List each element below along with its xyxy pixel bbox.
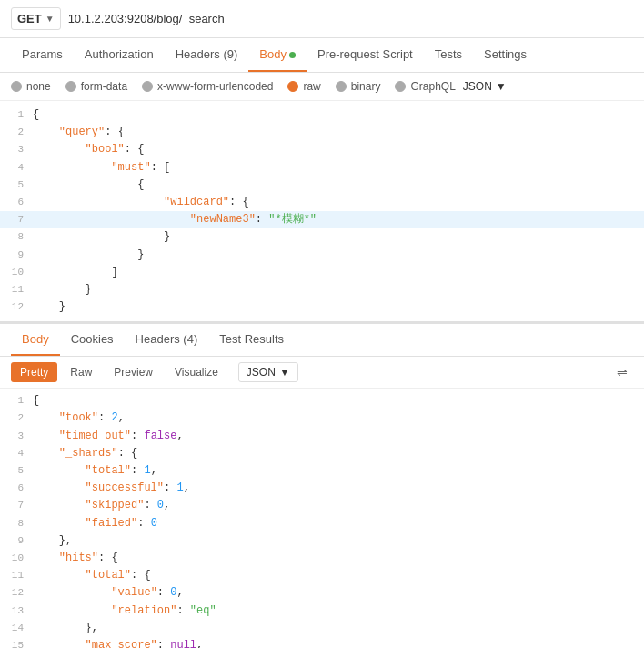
line-number: 4 bbox=[0, 159, 33, 177]
radio-raw[interactable]: raw bbox=[287, 80, 320, 93]
response-code-line: 5 "total": 1, bbox=[0, 462, 644, 480]
view-tab-visualize[interactable]: Visualize bbox=[166, 362, 227, 382]
line-number: 5 bbox=[0, 177, 33, 194]
request-code-line: 12 } bbox=[0, 299, 644, 316]
request-code-line: 1{ bbox=[0, 106, 644, 124]
response-code-line: 6 "successful": 1, bbox=[0, 480, 644, 497]
line-number: 3 bbox=[0, 428, 33, 445]
line-content: "skipped": 0, bbox=[33, 497, 644, 514]
line-content: } bbox=[33, 228, 644, 246]
response-tab-body[interactable]: Body bbox=[11, 324, 60, 356]
line-content: "total": 1, bbox=[33, 462, 644, 480]
tab-settings[interactable]: Settings bbox=[473, 38, 538, 72]
radio-binary-circle bbox=[336, 81, 347, 92]
line-number: 12 bbox=[0, 584, 33, 602]
radio-form-data-circle bbox=[65, 81, 76, 92]
line-number: 15 bbox=[0, 637, 33, 648]
format-dropdown-response[interactable]: JSON ▼ bbox=[238, 362, 298, 382]
url-display[interactable]: 10.1.2.203:9208/blog/_search bbox=[68, 8, 633, 29]
view-tab-pretty[interactable]: Pretty bbox=[11, 362, 57, 382]
line-number: 3 bbox=[0, 141, 33, 158]
response-code-line: 13 "relation": "eq" bbox=[0, 602, 644, 620]
line-content: "hits": { bbox=[33, 550, 644, 567]
response-section: Body Cookies Headers (4) Test Results Pr… bbox=[0, 322, 644, 648]
line-content: "wildcard": { bbox=[33, 194, 644, 211]
line-number: 10 bbox=[0, 264, 33, 281]
response-code-line: 7 "skipped": 0, bbox=[0, 497, 644, 514]
line-number: 9 bbox=[0, 532, 33, 550]
radio-binary[interactable]: binary bbox=[336, 80, 381, 93]
request-tabs: Params Authorization Headers (9) Body Pr… bbox=[0, 38, 644, 73]
response-code-line: 2 "took": 2, bbox=[0, 410, 644, 427]
wrap-icon[interactable]: ⇌ bbox=[611, 362, 633, 382]
response-code-line: 12 "value": 0, bbox=[0, 584, 644, 602]
line-number: 9 bbox=[0, 247, 33, 264]
method-label: GET bbox=[17, 12, 42, 25]
line-content: "timed_out": false, bbox=[33, 428, 644, 445]
line-number: 2 bbox=[0, 124, 33, 141]
format-dropdown-request[interactable]: JSON ▼ bbox=[463, 80, 507, 93]
response-tab-cookies[interactable]: Cookies bbox=[60, 324, 125, 356]
url-bar: GET ▼ 10.1.2.203:9208/blog/_search bbox=[0, 0, 644, 38]
tab-headers[interactable]: Headers (9) bbox=[165, 38, 249, 72]
response-code-line: 9 }, bbox=[0, 532, 644, 550]
line-content: { bbox=[33, 392, 644, 410]
tab-prerequest[interactable]: Pre-request Script bbox=[307, 38, 424, 72]
line-number: 1 bbox=[0, 392, 33, 410]
radio-graphql[interactable]: GraphQL bbox=[395, 80, 455, 93]
radio-form-data[interactable]: form-data bbox=[65, 80, 127, 93]
line-number: 10 bbox=[0, 550, 33, 567]
line-content: "must": [ bbox=[33, 159, 644, 177]
request-code-line: 2 "query": { bbox=[0, 124, 644, 141]
request-code-line: 7 "newName3": "*模糊*" bbox=[0, 211, 644, 228]
radio-urlencoded-circle bbox=[142, 81, 153, 92]
request-code-line: 3 "bool": { bbox=[0, 141, 644, 158]
line-number: 5 bbox=[0, 462, 33, 480]
line-content: } bbox=[33, 247, 644, 264]
line-content: } bbox=[33, 281, 644, 299]
tab-body[interactable]: Body bbox=[248, 38, 307, 72]
request-code-line: 5 { bbox=[0, 177, 644, 194]
line-number: 7 bbox=[0, 497, 33, 514]
radio-none[interactable]: none bbox=[11, 80, 51, 93]
body-type-row: none form-data x-www-form-urlencoded raw… bbox=[0, 73, 644, 101]
line-content: "successful": 1, bbox=[33, 480, 644, 497]
tab-params[interactable]: Params bbox=[11, 38, 74, 72]
line-number: 6 bbox=[0, 194, 33, 211]
line-content: "took": 2, bbox=[33, 410, 644, 427]
response-code-line: 11 "total": { bbox=[0, 567, 644, 584]
request-code-line: 9 } bbox=[0, 247, 644, 264]
view-tab-raw[interactable]: Raw bbox=[61, 362, 101, 382]
line-number: 4 bbox=[0, 445, 33, 462]
line-content: "max_score": null, bbox=[33, 637, 644, 648]
response-code-line: 15 "max_score": null, bbox=[0, 637, 644, 648]
response-tabs: Body Cookies Headers (4) Test Results bbox=[0, 324, 644, 357]
line-content: }, bbox=[33, 620, 644, 637]
request-code-line: 8 } bbox=[0, 228, 644, 246]
line-content: } bbox=[33, 299, 644, 316]
radio-raw-circle bbox=[287, 81, 298, 92]
response-code-line: 1{ bbox=[0, 392, 644, 410]
line-number: 8 bbox=[0, 228, 33, 246]
response-tab-headers[interactable]: Headers (4) bbox=[125, 324, 209, 356]
response-code-line: 8 "failed": 0 bbox=[0, 515, 644, 532]
response-tab-testresults[interactable]: Test Results bbox=[208, 324, 295, 356]
tab-authorization[interactable]: Authorization bbox=[74, 38, 165, 72]
radio-urlencoded[interactable]: x-www-form-urlencoded bbox=[142, 80, 273, 93]
line-number: 11 bbox=[0, 281, 33, 299]
line-content: }, bbox=[33, 532, 644, 550]
response-code-line: 10 "hits": { bbox=[0, 550, 644, 567]
line-number: 11 bbox=[0, 567, 33, 584]
request-code-line: 6 "wildcard": { bbox=[0, 194, 644, 211]
tab-tests[interactable]: Tests bbox=[424, 38, 473, 72]
view-tab-preview[interactable]: Preview bbox=[105, 362, 162, 382]
line-number: 6 bbox=[0, 480, 33, 497]
line-number: 12 bbox=[0, 299, 33, 316]
response-code-editor[interactable]: 1{2 "took": 2,3 "timed_out": false,4 "_s… bbox=[0, 389, 644, 648]
request-code-line: 11 } bbox=[0, 281, 644, 299]
radio-none-circle bbox=[11, 81, 22, 92]
line-content: { bbox=[33, 106, 644, 124]
method-select[interactable]: GET ▼ bbox=[11, 7, 61, 30]
line-content: "relation": "eq" bbox=[33, 602, 644, 620]
request-code-editor[interactable]: 1{2 "query": {3 "bool": {4 "must": [5 {6… bbox=[0, 101, 644, 322]
